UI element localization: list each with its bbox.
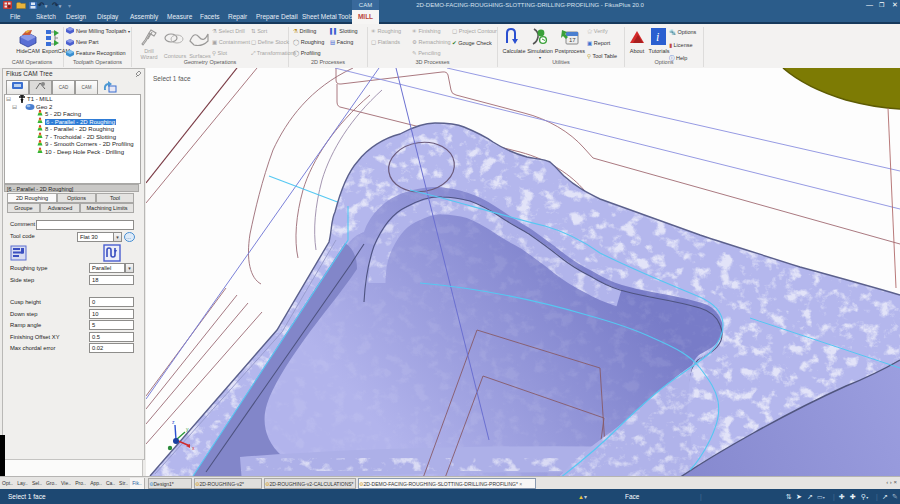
svg-text:Select 1 face: Select 1 face — [153, 75, 191, 82]
svg-text:17: 17 — [569, 37, 576, 43]
svg-text:...: ... — [126, 234, 131, 240]
svg-text:i: i — [656, 30, 659, 44]
